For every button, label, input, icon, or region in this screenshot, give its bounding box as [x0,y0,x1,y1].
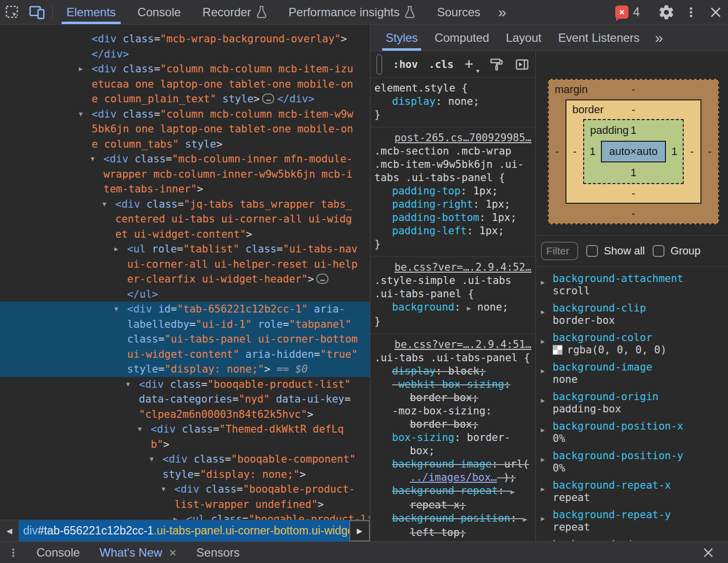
dom-tree-line[interactable]: ▶<div class="column mcb-column mcb-item-… [0,62,370,77]
border-top-value[interactable]: - [631,103,635,116]
css-declaration[interactable]: background: ▶ none; [374,301,531,315]
expand-arrow-closed-icon[interactable]: ▶ [540,332,553,356]
stylesheet-link[interactable]: be.css?ver=….2.9.4:51… [374,338,531,351]
box-model-padding[interactable]: padding 1 1 auto×auto [583,119,684,184]
tab-styles[interactable]: Styles [377,25,426,51]
expand-arrow-open-icon[interactable]: ▼ [150,452,154,467]
computed-property[interactable]: ▶background-position-x0% [540,420,725,445]
expand-arrow-open-icon[interactable]: ▼ [126,377,130,392]
styles-filter-input[interactable] [376,54,382,75]
computed-property[interactable]: ▶background-clipborder-box [540,302,725,327]
close-tab-icon[interactable]: × [169,546,176,559]
expand-arrow-open-icon[interactable]: ▼ [102,197,106,212]
console-errors-badge[interactable]: × 4 [615,5,640,19]
dom-tree-line[interactable]: centered ui-tabs ui-corner-all ui-widg [0,212,370,227]
css-declaration[interactable]: background-image: url( ../images/box… ); [374,458,531,484]
expand-arrow-open-icon[interactable]: ▼ [114,302,118,317]
inline-expand-button[interactable]: … [316,274,329,284]
breadcrumb-scroll-right-button[interactable]: ▶ [349,520,370,541]
dom-tree-line[interactable]: ▼<div class="Themed-dkWktR defLq [0,422,370,437]
more-panels-button[interactable]: » [491,0,513,24]
group-checkbox[interactable] [653,245,664,257]
tab-console[interactable]: Console [127,0,192,24]
show-all-checkbox[interactable] [586,245,598,257]
expand-arrow-closed-icon[interactable]: ▶ [540,361,553,386]
drawer-tab-console[interactable]: Console [27,542,90,563]
css-declaration[interactable]: padding-right: 1px; [374,198,531,211]
tab-elements[interactable]: Elements [56,0,127,24]
computed-property[interactable]: ▶background-attachmentscroll [540,273,725,297]
dom-tree-line[interactable]: tem-tabs-inner"> [0,182,370,197]
expand-arrow-closed-icon[interactable]: ▶ [79,62,83,77]
css-declaration[interactable]: background-repeat: ▶ repeat-x; [374,484,531,512]
margin-left-value[interactable]: - [549,99,565,204]
dom-tree-line[interactable]: 5bk6jn one laptop-one tablet-one mobile-… [0,122,370,137]
padding-right-value[interactable]: 1 [666,141,683,162]
css-declaration[interactable]: padding-top: 1px; [374,185,531,198]
dom-tree-line[interactable]: style="display: none;"> == $0 [0,362,370,377]
rule-selector[interactable]: .style-simple .ui-tabs .ui-tabs-panel { [374,274,531,301]
expand-value-icon[interactable]: ▶ [510,488,514,496]
expand-arrow-closed-icon[interactable]: ▶ [114,242,118,257]
rule-selector[interactable]: element.style { [374,82,531,95]
expand-arrow-closed-icon[interactable]: ▶ [540,450,553,474]
close-devtools-button[interactable] [703,5,728,20]
expand-arrow-closed-icon[interactable]: ▶ [540,391,553,415]
computed-property[interactable]: ▶background-imagenone [540,361,725,386]
inline-expand-button[interactable]: … [262,94,274,104]
tab-performance-insights[interactable]: Performance insights [278,0,426,24]
expand-arrow-open-icon[interactable]: ▼ [138,422,142,437]
dom-tree-line[interactable]: ▼<div class="jq-tabs tabs_wrapper tabs_ [0,197,370,212]
dom-tree-line[interactable]: etucaa one laptop-one tablet-one mobile-… [0,77,370,92]
css-declaration[interactable]: display: none; [374,95,531,108]
dom-tree-line[interactable]: style="display: none;"> [0,467,370,482]
computed-property[interactable]: ▶background-repeat-xrepeat [540,479,725,504]
dom-tree-line[interactable]: ui-widget-content" aria-hidden="true" [0,347,370,362]
computed-property[interactable]: ▶background-position-y0% [540,450,725,474]
computed-property[interactable]: ▶background-repeat-yrepeat [540,509,725,533]
css-declaration[interactable]: display: block; [374,365,531,378]
expand-arrow-closed-icon[interactable]: ▶ [540,509,553,533]
css-declaration[interactable]: padding-left: 1px; [374,224,531,238]
tab-sources[interactable]: Sources [426,0,491,24]
dom-tree-line[interactable]: et ui-widget-content"> [0,227,370,242]
settings-button[interactable] [654,4,679,21]
border-right-value[interactable]: - [684,119,700,184]
box-model-margin[interactable]: margin - - border - [548,79,719,224]
drawer-tab-sensors[interactable]: Sensors [187,542,250,563]
expand-arrow-open-icon[interactable]: ▼ [91,152,95,167]
expand-arrow-closed-icon[interactable]: ▶ [540,479,553,504]
drawer-menu-button[interactable] [8,547,19,559]
dom-tree-line[interactable]: b"> [0,437,370,452]
padding-left-value[interactable]: 1 [584,141,601,162]
margin-bottom-value[interactable]: - [631,207,635,220]
dom-tree-line[interactable]: wrapper mcb-column-inner-w9w5bk6jn mcb-i [0,167,370,182]
expand-arrow-open-icon[interactable]: ▼ [162,482,165,497]
dom-tree-line[interactable]: ▼<div class="column mcb-column mcb-item-… [0,107,370,122]
dom-tree-line[interactable]: ▼<div class="mcb-column-inner mfn-module… [0,152,370,167]
css-declaration[interactable]: background-position: ▶ left top; [374,512,531,539]
margin-top-value[interactable]: - [631,83,635,96]
dom-tree-line[interactable]: list-wrapper undefined"> [0,497,370,512]
expand-arrow-open-icon[interactable]: ▼ [79,107,83,122]
computed-sidebar-toggle-button[interactable] [515,57,529,72]
dom-tree-line[interactable]: </div> [0,47,370,62]
dom-tree-line[interactable]: ▶<ul role="tablist" class="ui-tabs-nav [0,242,370,257]
toggle-element-state-button[interactable]: :hov [393,59,418,70]
breadcrumb-scroll-left-button[interactable]: ◀ [0,520,19,541]
tab-event-listeners[interactable]: Event Listeners [550,25,648,51]
dom-tree-line[interactable]: class="ui-tabs-panel ui-corner-bottom [0,332,370,347]
box-model-content[interactable]: auto×auto [601,141,666,162]
dom-tree-line[interactable]: ui-corner-all ui-helper-reset ui-help [0,257,370,272]
dom-tree-line[interactable]: ▼<div id="tab-656221c12b2cc-1" aria- [0,302,370,317]
expand-value-icon[interactable]: ▶ [523,515,527,523]
rendering-emulation-button[interactable] [489,57,504,72]
stylesheet-link[interactable]: be.css?ver=….2.9.4:52… [374,261,531,274]
computed-property[interactable]: ▶background-originpadding-box [540,391,725,415]
dom-tree-line[interactable]: </ul> [0,287,370,302]
css-resource-link[interactable]: ../images/box… [410,471,497,483]
rule-selector[interactable]: .mcb-section .mcb-wrap .mcb-item-w9w5bk6… [374,145,531,185]
tab-layout[interactable]: Layout [497,25,550,51]
border-left-value[interactable]: - [566,119,583,184]
element-classes-button[interactable]: .cls [429,59,454,70]
